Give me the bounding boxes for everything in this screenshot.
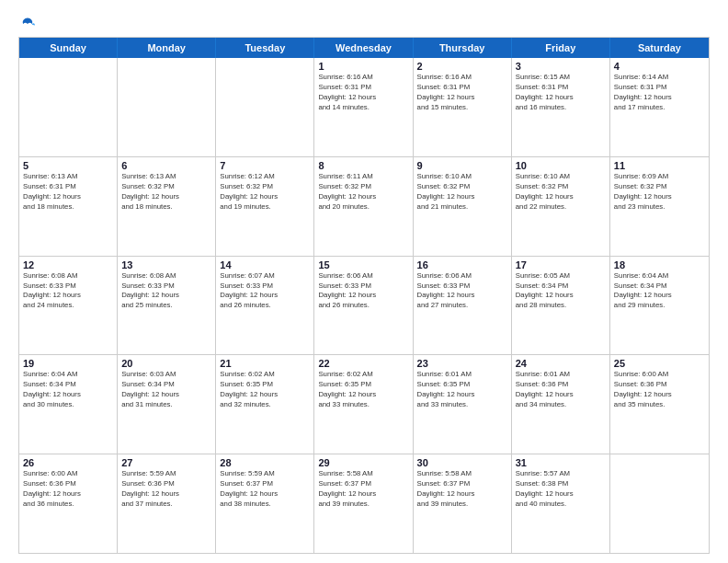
calendar-cell: 5Sunrise: 6:13 AM Sunset: 6:31 PM Daylig…	[19, 157, 118, 256]
day-info: Sunrise: 5:58 AM Sunset: 6:37 PM Dayligh…	[417, 469, 507, 510]
day-header-thursday: Thursday	[414, 38, 512, 58]
day-info: Sunrise: 6:05 AM Sunset: 6:34 PM Dayligh…	[516, 271, 606, 312]
calendar-body: 1Sunrise: 6:16 AM Sunset: 6:31 PM Daylig…	[19, 58, 709, 553]
calendar-cell: 6Sunrise: 6:13 AM Sunset: 6:32 PM Daylig…	[118, 157, 216, 256]
calendar-cell: 21Sunrise: 6:02 AM Sunset: 6:35 PM Dayli…	[216, 355, 314, 454]
calendar-cell: 15Sunrise: 6:06 AM Sunset: 6:33 PM Dayli…	[314, 257, 413, 355]
calendar-row-3: 12Sunrise: 6:08 AM Sunset: 6:33 PM Dayli…	[19, 257, 709, 356]
calendar-cell: 7Sunrise: 6:12 AM Sunset: 6:32 PM Daylig…	[216, 157, 314, 256]
calendar-cell: 17Sunrise: 6:05 AM Sunset: 6:34 PM Dayli…	[512, 257, 610, 355]
day-number: 3	[516, 61, 606, 72]
calendar-cell: 16Sunrise: 6:06 AM Sunset: 6:33 PM Dayli…	[414, 257, 512, 355]
calendar-cell: 1Sunrise: 6:16 AM Sunset: 6:31 PM Daylig…	[314, 58, 413, 156]
day-info: Sunrise: 6:00 AM Sunset: 6:36 PM Dayligh…	[614, 370, 705, 410]
calendar-cell: 31Sunrise: 5:57 AM Sunset: 6:38 PM Dayli…	[512, 454, 610, 553]
day-info: Sunrise: 6:13 AM Sunset: 6:32 PM Dayligh…	[121, 172, 211, 213]
day-number: 10	[516, 160, 606, 171]
day-number: 26	[23, 457, 113, 468]
day-number: 22	[318, 358, 408, 369]
day-info: Sunrise: 5:57 AM Sunset: 6:38 PM Dayligh…	[516, 469, 606, 510]
day-number: 16	[417, 259, 507, 270]
day-info: Sunrise: 6:01 AM Sunset: 6:36 PM Dayligh…	[516, 370, 606, 410]
day-info: Sunrise: 6:12 AM Sunset: 6:32 PM Dayligh…	[220, 172, 310, 213]
logo	[18, 17, 35, 31]
calendar-cell: 19Sunrise: 6:04 AM Sunset: 6:34 PM Dayli…	[19, 355, 118, 454]
calendar-cell: 30Sunrise: 5:58 AM Sunset: 6:37 PM Dayli…	[414, 454, 512, 553]
day-number: 31	[516, 457, 606, 468]
day-number: 9	[417, 160, 507, 171]
day-info: Sunrise: 6:08 AM Sunset: 6:33 PM Dayligh…	[121, 271, 211, 312]
day-info: Sunrise: 6:13 AM Sunset: 6:31 PM Dayligh…	[23, 172, 113, 213]
day-info: Sunrise: 6:06 AM Sunset: 6:33 PM Dayligh…	[417, 271, 507, 312]
day-info: Sunrise: 6:15 AM Sunset: 6:31 PM Dayligh…	[516, 73, 606, 113]
day-info: Sunrise: 6:06 AM Sunset: 6:33 PM Dayligh…	[318, 271, 408, 312]
calendar-cell: 26Sunrise: 6:00 AM Sunset: 6:36 PM Dayli…	[19, 454, 118, 553]
calendar-cell: 18Sunrise: 6:04 AM Sunset: 6:34 PM Dayli…	[610, 257, 709, 355]
day-info: Sunrise: 6:16 AM Sunset: 6:31 PM Dayligh…	[318, 73, 408, 113]
calendar: SundayMondayTuesdayWednesdayThursdayFrid…	[18, 37, 710, 554]
calendar-cell: 10Sunrise: 6:10 AM Sunset: 6:32 PM Dayli…	[512, 157, 610, 256]
day-number: 29	[318, 457, 408, 468]
logo-text	[18, 17, 35, 31]
calendar-cell: 14Sunrise: 6:07 AM Sunset: 6:33 PM Dayli…	[216, 257, 314, 355]
day-number: 17	[516, 259, 606, 270]
calendar-cell: 20Sunrise: 6:03 AM Sunset: 6:34 PM Dayli…	[118, 355, 216, 454]
day-info: Sunrise: 5:58 AM Sunset: 6:37 PM Dayligh…	[318, 469, 408, 510]
day-number: 7	[220, 160, 310, 171]
calendar-cell	[216, 58, 314, 156]
calendar-cell: 22Sunrise: 6:02 AM Sunset: 6:35 PM Dayli…	[314, 355, 413, 454]
day-number: 2	[417, 61, 507, 72]
calendar-cell: 25Sunrise: 6:00 AM Sunset: 6:36 PM Dayli…	[610, 355, 709, 454]
day-info: Sunrise: 6:04 AM Sunset: 6:34 PM Dayligh…	[23, 370, 113, 410]
day-info: Sunrise: 6:01 AM Sunset: 6:35 PM Dayligh…	[417, 370, 507, 410]
day-number: 1	[318, 61, 408, 72]
calendar-header: SundayMondayTuesdayWednesdayThursdayFrid…	[19, 38, 709, 58]
calendar-row-2: 5Sunrise: 6:13 AM Sunset: 6:31 PM Daylig…	[19, 157, 709, 257]
day-number: 4	[614, 61, 705, 72]
day-number: 24	[516, 358, 606, 369]
calendar-cell: 27Sunrise: 5:59 AM Sunset: 6:36 PM Dayli…	[118, 454, 216, 553]
day-info: Sunrise: 6:11 AM Sunset: 6:32 PM Dayligh…	[318, 172, 408, 213]
day-number: 28	[220, 457, 310, 468]
calendar-row-5: 26Sunrise: 6:00 AM Sunset: 6:36 PM Dayli…	[19, 454, 709, 553]
calendar-cell: 4Sunrise: 6:14 AM Sunset: 6:31 PM Daylig…	[610, 58, 709, 156]
day-number: 20	[121, 358, 211, 369]
calendar-cell: 29Sunrise: 5:58 AM Sunset: 6:37 PM Dayli…	[314, 454, 413, 553]
day-number: 11	[614, 160, 705, 171]
day-header-monday: Monday	[118, 38, 216, 58]
calendar-cell	[118, 58, 216, 156]
day-number: 21	[220, 358, 310, 369]
day-header-wednesday: Wednesday	[314, 38, 413, 58]
day-header-saturday: Saturday	[610, 38, 709, 58]
calendar-cell: 12Sunrise: 6:08 AM Sunset: 6:33 PM Dayli…	[19, 257, 118, 355]
calendar-row-4: 19Sunrise: 6:04 AM Sunset: 6:34 PM Dayli…	[19, 355, 709, 454]
calendar-cell: 28Sunrise: 5:59 AM Sunset: 6:37 PM Dayli…	[216, 454, 314, 553]
day-header-friday: Friday	[512, 38, 610, 58]
day-info: Sunrise: 6:09 AM Sunset: 6:32 PM Dayligh…	[614, 172, 705, 213]
day-info: Sunrise: 6:02 AM Sunset: 6:35 PM Dayligh…	[318, 370, 408, 410]
header	[18, 17, 710, 31]
day-number: 13	[121, 259, 211, 270]
logo-bird-icon	[20, 17, 35, 31]
day-info: Sunrise: 5:59 AM Sunset: 6:37 PM Dayligh…	[220, 469, 310, 510]
day-info: Sunrise: 6:04 AM Sunset: 6:34 PM Dayligh…	[614, 271, 705, 312]
page: SundayMondayTuesdayWednesdayThursdayFrid…	[0, 0, 728, 563]
calendar-cell	[610, 454, 709, 553]
day-number: 14	[220, 259, 310, 270]
day-info: Sunrise: 6:08 AM Sunset: 6:33 PM Dayligh…	[23, 271, 113, 312]
day-number: 25	[614, 358, 705, 369]
day-number: 5	[23, 160, 113, 171]
calendar-cell: 13Sunrise: 6:08 AM Sunset: 6:33 PM Dayli…	[118, 257, 216, 355]
day-number: 23	[417, 358, 507, 369]
calendar-cell: 3Sunrise: 6:15 AM Sunset: 6:31 PM Daylig…	[512, 58, 610, 156]
calendar-cell: 8Sunrise: 6:11 AM Sunset: 6:32 PM Daylig…	[314, 157, 413, 256]
calendar-cell: 2Sunrise: 6:16 AM Sunset: 6:31 PM Daylig…	[414, 58, 512, 156]
calendar-cell: 23Sunrise: 6:01 AM Sunset: 6:35 PM Dayli…	[414, 355, 512, 454]
day-header-sunday: Sunday	[19, 38, 118, 58]
day-info: Sunrise: 6:02 AM Sunset: 6:35 PM Dayligh…	[220, 370, 310, 410]
day-number: 18	[614, 259, 705, 270]
calendar-row-1: 1Sunrise: 6:16 AM Sunset: 6:31 PM Daylig…	[19, 58, 709, 157]
day-info: Sunrise: 6:00 AM Sunset: 6:36 PM Dayligh…	[23, 469, 113, 510]
day-number: 30	[417, 457, 507, 468]
day-info: Sunrise: 6:10 AM Sunset: 6:32 PM Dayligh…	[417, 172, 507, 213]
